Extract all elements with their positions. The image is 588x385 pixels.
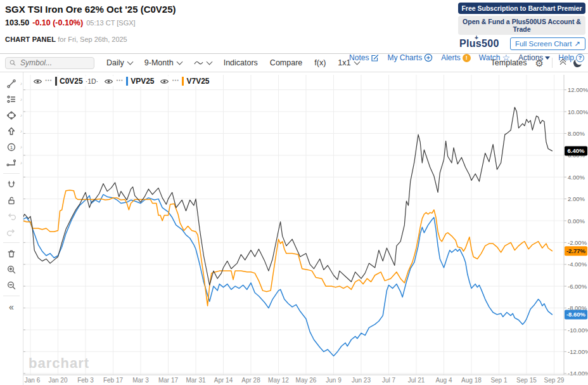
premier-subscription-button[interactable]: Free Subscription to Barchart Premier xyxy=(458,3,585,14)
alert-badge-icon: ! xyxy=(463,54,471,62)
chevron-down-icon xyxy=(354,58,360,65)
fx-button[interactable]: f(x) xyxy=(314,58,326,67)
x-axis-label: Mar 17 xyxy=(158,377,179,384)
my-charts-link[interactable]: My Charts xyxy=(387,53,433,62)
x-axis-label: Sep 15 xyxy=(516,377,537,384)
expand-arrow-icon: › xyxy=(20,81,22,87)
delete-drawings-button[interactable] xyxy=(0,245,23,261)
expand-arrow-icon: › xyxy=(20,144,22,150)
y-axis-label: -12.00% xyxy=(568,348,588,355)
y-axis-label: 4.00% xyxy=(568,174,585,181)
header-right: Free Subscription to Barchart Premier Op… xyxy=(349,3,585,53)
x-axis-label: Feb 17 xyxy=(103,377,124,384)
chart-panel-row: CHART PANEL for Fri, Sep 26th, 2025 xyxy=(5,36,176,43)
price-change: -0.10 (-0.10%) xyxy=(32,18,83,27)
y-axis-label: 10.00% xyxy=(568,108,588,115)
x-axis-label: Jun 23 xyxy=(352,377,371,384)
chart-panel-date: for Fri, Sep 26th, 2025 xyxy=(58,36,127,43)
range-dropdown[interactable]: 9-Month xyxy=(144,58,182,67)
x-axis-label: Mar 3 xyxy=(132,377,149,384)
undo-button[interactable] xyxy=(0,208,23,224)
trend-line-tool[interactable]: › xyxy=(0,75,23,91)
series-color-bar xyxy=(55,77,57,86)
plus-mark: + xyxy=(475,34,478,41)
full-screen-chart-button[interactable]: Full Screen Chart↗ xyxy=(510,37,585,50)
chart-type-dropdown[interactable] xyxy=(194,60,212,66)
redo-button[interactable] xyxy=(0,224,23,240)
last-value-badge-label: -2.77% xyxy=(566,247,586,254)
grid-layout-dropdown[interactable]: 1x1 xyxy=(338,58,359,67)
x-axis-label: May 26 xyxy=(296,377,317,384)
legend-item-vpv25: ⋯ VPV25 xyxy=(104,77,154,86)
x-axis-label: Jul 7 xyxy=(382,377,396,384)
visibility-eye-icon[interactable] xyxy=(104,78,113,85)
series-label: C0V25 xyxy=(60,77,83,86)
chevron-down-icon xyxy=(127,58,133,65)
series-color-bar xyxy=(182,77,184,86)
notes-edit-icon xyxy=(371,54,379,62)
series-menu-icon[interactable]: ⋯ xyxy=(45,77,53,82)
alerts-link[interactable]: Alerts ! xyxy=(441,53,471,62)
chart-panel-label: CHART PANEL xyxy=(5,36,56,43)
series-line-v7v25 xyxy=(23,190,552,306)
visibility-eye-icon[interactable] xyxy=(33,78,42,85)
plus500-promo-button[interactable]: Open & Fund a Plus500US Account & Trade xyxy=(458,16,585,35)
main-area: › › › › 1 › › xyxy=(0,72,588,385)
page-title: SGX TSI Iron Ore 62% Oct '25 (C0V25) xyxy=(5,4,176,15)
measure-tool[interactable]: › xyxy=(0,155,23,171)
chart-area[interactable]: ⋯ C0V25 ·1D· ⋯ VPV25 ⋯ V7V25 xyxy=(23,72,588,385)
legend-item-c0v25: ⋯ C0V25 ·1D· xyxy=(33,77,98,86)
price-chart-canvas[interactable]: Jan 6Jan 20Feb 3Feb 17Mar 3Mar 17Mar 31A… xyxy=(23,75,588,385)
collapse-panel-icon[interactable] xyxy=(561,60,565,67)
brand-row: Plus500+ Full Screen Chart↗ xyxy=(458,37,585,50)
symbol-search-input[interactable] xyxy=(19,58,90,68)
plus500-logo: Plus500+ xyxy=(458,38,499,49)
series-label: V7V25 xyxy=(186,77,209,86)
series-color-bar xyxy=(126,77,128,86)
x-axis-label: Apr 28 xyxy=(241,377,260,384)
dark-mode-moon-icon[interactable] xyxy=(573,58,583,68)
templates-button[interactable]: Templates xyxy=(491,58,527,67)
y-axis-label: -2.00% xyxy=(568,239,587,246)
zoom-out-button[interactable] xyxy=(0,277,23,293)
price-row: 103.50 -0.10 (-0.10%) 05:13 CT [SGX] xyxy=(5,18,176,27)
symbol-search-box[interactable] xyxy=(5,57,94,69)
barchart-watermark: barchart xyxy=(29,355,89,371)
x-axis-label: Aug 18 xyxy=(461,377,482,384)
annotations-list-tool[interactable]: › xyxy=(0,91,23,107)
y-axis-label: -14.00% xyxy=(568,370,588,377)
symbol-summary: SGX TSI Iron Ore 62% Oct '25 (C0V25) 103… xyxy=(5,3,176,53)
shapes-tool[interactable]: › xyxy=(0,107,23,123)
add-circle-icon xyxy=(424,53,433,62)
compare-button[interactable]: Compare xyxy=(270,58,302,67)
y-axis-label: 12.00% xyxy=(568,86,588,93)
last-price: 103.50 xyxy=(5,18,29,27)
x-axis-label: Sep 1 xyxy=(490,377,508,384)
barchart-chart-page: SGX TSI Iron Ore 62% Oct '25 (C0V25) 103… xyxy=(0,0,588,385)
last-value-badge-label: -8.60% xyxy=(566,311,586,318)
collapse-sidebar-button[interactable]: « xyxy=(0,299,23,315)
expand-arrow-icon: › xyxy=(20,96,22,103)
y-axis-label: -10.00% xyxy=(568,327,588,334)
arrow-marker-tool[interactable]: › xyxy=(0,123,23,139)
zoom-in-button[interactable] xyxy=(0,261,23,277)
gear-icon[interactable]: ⚙ xyxy=(535,58,544,68)
series-label: VPV25 xyxy=(131,77,154,86)
last-value-badge-label: 6.40% xyxy=(568,147,585,154)
y-axis-label: 2.00% xyxy=(568,195,585,202)
visibility-eye-icon[interactable] xyxy=(160,78,169,85)
divider xyxy=(3,242,20,243)
indicators-button[interactable]: Indicators xyxy=(224,58,258,67)
frequency-dropdown[interactable]: Daily xyxy=(106,58,132,67)
series-menu-icon[interactable]: ⋯ xyxy=(116,77,124,82)
x-axis-label: Aug 4 xyxy=(435,377,452,384)
external-link-icon: ↗ xyxy=(574,39,580,48)
unlock-drawings-tool[interactable] xyxy=(0,192,23,208)
expand-arrow-icon: › xyxy=(20,128,22,134)
y-axis-label: -6.00% xyxy=(568,283,587,290)
series-menu-icon[interactable]: ⋯ xyxy=(172,77,179,82)
magnet-snap-tool[interactable] xyxy=(0,176,23,192)
x-axis-label: May 12 xyxy=(268,377,289,384)
x-axis-label: Jan 20 xyxy=(48,377,67,384)
number-annotation-tool[interactable]: 1 › xyxy=(0,139,23,155)
